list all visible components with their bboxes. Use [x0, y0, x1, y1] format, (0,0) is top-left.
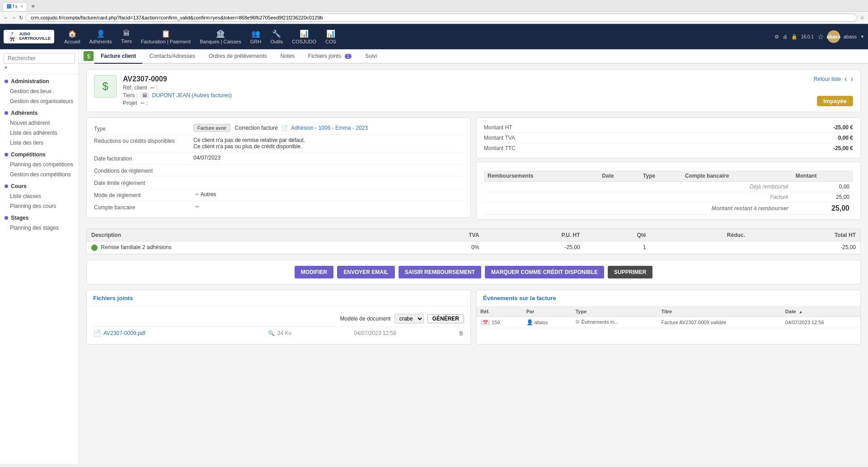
nav-adherents[interactable]: 👤 Adhérents: [84, 27, 116, 47]
tab-contacts[interactable]: Contacts/Adresses: [143, 49, 202, 64]
prev-arrow[interactable]: ‹: [845, 75, 847, 83]
nav-cosjudo[interactable]: 📊 COSJUDO: [287, 27, 321, 47]
montant-restant-label: Montant restant à rembourser: [484, 203, 792, 215]
sidebar-item-liste-classes[interactable]: Liste classes: [0, 191, 79, 201]
tab-suivi[interactable]: Suivi: [359, 49, 383, 64]
tab-ordres[interactable]: Ordres de prélèvements: [202, 49, 273, 64]
form-row-conditions: Conditions de règlement: [94, 165, 463, 177]
date-sort-icon[interactable]: ▲: [799, 310, 803, 314]
new-tab-button[interactable]: +: [28, 1, 38, 11]
form-row-compte-bancaire: Compte bancaire ✏: [94, 201, 463, 213]
tab-icon-invoice[interactable]: $: [84, 51, 94, 61]
mode-reglement-value: ✏ Autres: [193, 191, 463, 198]
sidebar-item-gestion-competitions[interactable]: Gestion des compétitions: [0, 170, 79, 179]
amount-ttc-row: Montant TTC -25,00 €: [484, 143, 853, 153]
fichiers-joints-title: Fichiers joints: [87, 290, 470, 307]
tab-close[interactable]: ×: [21, 4, 23, 9]
user-menu[interactable]: abass: [844, 34, 857, 39]
address-bar[interactable]: [26, 14, 857, 22]
reductions-line1: Ce client n'a pas de remise relative par…: [193, 137, 463, 143]
tab-fichiers[interactable]: Fichiers joints 1: [302, 49, 358, 64]
desc-col-reduc: Réduc.: [651, 229, 750, 241]
remboursements-box: Remboursements Date Type Compte bancaire…: [476, 162, 861, 220]
nav-outils[interactable]: 🔧 Outils: [266, 27, 287, 47]
evenements-card: Événements sur la facture Réf. Par Type …: [476, 290, 861, 344]
envoyer-email-button[interactable]: ENVOYER EMAIL: [337, 266, 394, 278]
section-dot-adherents: [5, 111, 8, 115]
event-id-badge: 📅: [480, 320, 490, 325]
file-name-link[interactable]: AV2307-0009.pdf: [103, 330, 265, 336]
file-row-0: 📄 AV2307-0009.pdf 🔍 34 Ko 04/07/2023 12:…: [93, 327, 464, 340]
back-button[interactable]: ←: [4, 15, 9, 20]
settings-icon[interactable]: ⚙: [774, 34, 779, 40]
supprimer-button[interactable]: SUPPRIMER: [608, 266, 652, 278]
modele-select[interactable]: crabe: [394, 314, 424, 324]
edit-projet-icon[interactable]: ✏: [141, 100, 145, 106]
printer-icon[interactable]: 🖨: [783, 34, 788, 39]
user-dropdown-icon[interactable]: ▼: [860, 34, 864, 39]
marquer-credit-button[interactable]: MARQUER COMME CRÉDIT DISPONIBLE: [485, 266, 604, 278]
edit-ref-client-icon[interactable]: ✏: [150, 85, 155, 90]
form-row-date: Date facturation 04/07/2023: [94, 152, 463, 165]
nav-cos[interactable]: 📊 COS: [321, 27, 341, 47]
sidebar-search-dropdown[interactable]: ▼: [4, 65, 8, 70]
remb-deja-rembourse-row: Déjà remboursé 0,00: [484, 182, 853, 192]
nav-accueil[interactable]: 🏠 Accueil: [60, 27, 84, 47]
nav-facturation[interactable]: 📋 Facturation | Paiement: [136, 27, 195, 47]
type-correction-link[interactable]: Adhésion - 1006 - Emma - 2023: [291, 125, 368, 131]
active-tab[interactable]: f x ×: [3, 2, 27, 11]
nav-grh[interactable]: 👥 GRH: [246, 27, 266, 47]
sidebar-item-nouvel-adherent[interactable]: Nouvel adhérent: [0, 118, 79, 128]
fichiers-joints-body: Modèle de document crabe GÉNÉRER 📄 AV230…: [87, 307, 470, 344]
mode-reglement-label: Mode de règlement: [94, 191, 193, 198]
back-list-link[interactable]: Retour liste: [814, 76, 841, 82]
sidebar-item-liste-tiers[interactable]: Liste des tiers: [0, 138, 79, 148]
sidebar-item-gestion-organisateurs[interactable]: Gestion des organisateurs: [0, 96, 79, 106]
event-user-icon: 👤: [526, 319, 533, 325]
sidebar-item-gestion-lieux[interactable]: Gestion des lieux: [0, 86, 79, 96]
evenements-body: Réf. Par Type Titre Date ▲: [477, 307, 860, 328]
type-badge: Facture avoir: [193, 124, 230, 132]
desc-row-icon: [91, 245, 98, 251]
compte-bancaire-label: Compte bancaire: [94, 203, 193, 211]
action-buttons: MODIFIER ENVOYER EMAIL SAISIR REMBOURSEM…: [86, 260, 861, 284]
tab-facture-client[interactable]: Facture client: [94, 49, 142, 64]
app-logo[interactable]: 🥋 JUDO SARTROUVILLE: [4, 30, 54, 43]
edit-mode-icon[interactable]: ✏: [195, 192, 199, 197]
saisir-remboursement-button[interactable]: SAISIR REMBOURSEMENT: [399, 266, 481, 278]
date-facturation-value: 04/07/2023: [193, 155, 463, 161]
event-col-type: Type: [572, 307, 657, 317]
refresh-button[interactable]: ↻: [19, 15, 23, 21]
tiers-link[interactable]: DUPONT JEAN (Autres factures): [152, 92, 232, 99]
desc-col-pu-ht: P.U. HT: [483, 229, 584, 241]
description-table-wrap: Description TVA P.U. HT Qté Réduc. Total…: [86, 229, 861, 255]
invoice-ref: AV2307-0009: [123, 75, 232, 83]
star-icon[interactable]: ☆: [817, 33, 824, 41]
invoice-info: AV2307-0009 Réf. client ✏ : Tiers : 🏛 DU…: [123, 75, 232, 106]
file-delete-icon[interactable]: 🗑: [459, 330, 464, 336]
evenements-title: Événements sur la facture: [477, 290, 860, 307]
edit-compte-icon[interactable]: ✏: [195, 204, 199, 209]
forward-button[interactable]: →: [11, 15, 16, 20]
sidebar-item-liste-adherents[interactable]: Liste des adhérents: [0, 128, 79, 138]
bookmark-button[interactable]: ☆: [860, 15, 864, 21]
form-row-reductions: Réductions ou crédits disponibles Ce cli…: [94, 135, 463, 152]
nav-tiers[interactable]: 🏛 Tiers: [117, 27, 136, 47]
modifier-button[interactable]: MODIFIER: [295, 266, 334, 278]
sidebar-item-planning-stages[interactable]: Planning des stages: [0, 223, 79, 233]
user-avatar[interactable]: abass: [827, 30, 840, 43]
event-col-par: Par: [523, 307, 572, 317]
form-row-date-limite: Date limite règlement: [94, 177, 463, 189]
tab-notes[interactable]: Notes: [274, 49, 300, 64]
sidebar-item-planning-cours[interactable]: Planning des cours: [0, 201, 79, 211]
browser-tabs: f x × +: [0, 0, 868, 12]
sidebar-search-input[interactable]: [4, 53, 75, 64]
shield-icon[interactable]: 🔒: [791, 34, 798, 40]
nav-banques[interactable]: 🏦 Banques | Caisses: [195, 27, 246, 47]
date-limite-label: Date limite règlement: [94, 179, 193, 186]
file-search-icon[interactable]: 🔍: [268, 330, 275, 336]
amount-ht-row: Montant HT -25,00 €: [484, 123, 853, 133]
generer-button[interactable]: GÉNÉRER: [427, 314, 464, 323]
next-arrow[interactable]: ›: [851, 75, 853, 83]
sidebar-item-planning-competitions[interactable]: Planning des compétitions: [0, 160, 79, 170]
